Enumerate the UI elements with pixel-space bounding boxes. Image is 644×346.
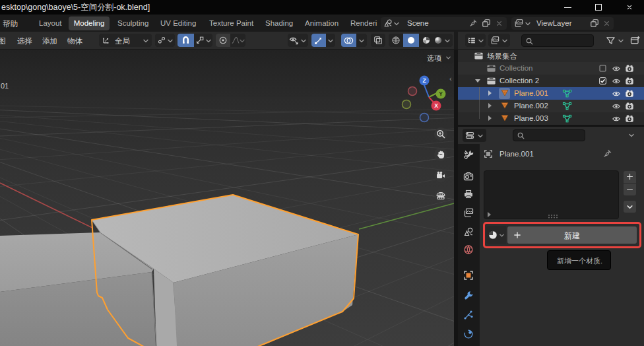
- camera-icon[interactable]: [625, 114, 634, 123]
- pin-icon[interactable]: [468, 18, 478, 28]
- remove-slot-button[interactable]: [624, 184, 636, 195]
- xray-toggle[interactable]: [371, 34, 385, 47]
- eye-icon[interactable]: [612, 114, 621, 123]
- tab-texture-paint[interactable]: Texture Paint: [209, 19, 253, 27]
- transform-orientation-dropdown[interactable]: 全局: [99, 34, 152, 47]
- gizmos-group: [311, 34, 335, 47]
- camera-icon[interactable]: [625, 102, 634, 111]
- region-collapse-arrow[interactable]: ‹: [449, 75, 452, 83]
- tab-uv-editing[interactable]: UV Editing: [160, 19, 196, 27]
- eye-icon[interactable]: [612, 89, 621, 98]
- tab-sculpting[interactable]: Sculpting: [117, 19, 148, 27]
- expand-arrow[interactable]: [488, 116, 492, 121]
- close-button[interactable]: [619, 0, 641, 15]
- tab-layout[interactable]: Layout: [39, 19, 62, 27]
- slot-specials-button[interactable]: [624, 201, 636, 213]
- menu-add[interactable]: 添加: [42, 36, 57, 46]
- expand-arrow[interactable]: [488, 103, 492, 108]
- copy-icon[interactable]: [482, 18, 491, 28]
- eye-icon[interactable]: [612, 77, 621, 86]
- tab-shading[interactable]: Shading: [265, 19, 293, 27]
- tab-object[interactable]: [463, 270, 474, 281]
- breadcrumb-object-name[interactable]: Plane.001: [499, 150, 534, 158]
- chevron-down-icon: [300, 38, 307, 44]
- chevron-down-icon: [444, 38, 451, 44]
- tab-particles[interactable]: [463, 310, 474, 320]
- gizmo-x-neg: [408, 87, 417, 96]
- menu-select[interactable]: 选择: [17, 36, 32, 46]
- outliner-display-mode[interactable]: [465, 34, 486, 47]
- show-gizmo-dropdown[interactable]: [288, 34, 308, 47]
- pan-tool-button[interactable]: [434, 148, 447, 161]
- snap-target-icon[interactable]: [195, 36, 205, 45]
- maximize-button[interactable]: [589, 0, 610, 15]
- minimize-button[interactable]: [558, 0, 579, 15]
- tab-modifiers[interactable]: [463, 290, 474, 300]
- filter-icon[interactable]: [606, 36, 616, 46]
- expand-arrow[interactable]: [475, 79, 480, 83]
- wireframe-shading-icon[interactable]: [391, 36, 401, 45]
- expand-arrow[interactable]: [488, 90, 492, 96]
- scene-selector[interactable]: Scene: [381, 17, 507, 30]
- material-browse-dropdown[interactable]: [486, 226, 506, 244]
- checkbox-icon[interactable]: [598, 64, 607, 73]
- properties-search[interactable]: [513, 129, 585, 141]
- camera-icon[interactable]: [625, 64, 634, 73]
- menu-object[interactable]: 物体: [67, 36, 82, 46]
- pin-icon[interactable]: [602, 149, 612, 158]
- snap-toggle[interactable]: [177, 34, 194, 47]
- eye-icon[interactable]: [612, 64, 621, 73]
- overlays-toggle[interactable]: [341, 34, 356, 47]
- outliner-filter-mode[interactable]: [488, 34, 510, 47]
- resize-grip[interactable]: [546, 214, 560, 219]
- outliner-row-scene-collection[interactable]: 场景集合: [458, 50, 644, 62]
- outliner-search[interactable]: [521, 34, 594, 47]
- pivot-point-dropdown[interactable]: [155, 34, 175, 47]
- camera-icon[interactable]: [625, 77, 634, 86]
- checkbox-checked-icon[interactable]: [598, 77, 607, 85]
- outliner: 场景集合 Collection Collection 2: [458, 50, 644, 125]
- outliner-row-collection2[interactable]: Collection 2: [458, 75, 644, 87]
- tab-world[interactable]: [463, 244, 474, 255]
- outliner-row-collection[interactable]: Collection: [458, 62, 644, 75]
- gizmos-toggle[interactable]: [311, 34, 326, 47]
- viewport-3d[interactable]: Z Y X 01 选项: [0, 50, 454, 346]
- shading-mode-group: [389, 34, 453, 47]
- viewlayer-selector[interactable]: ViewLayer: [511, 17, 614, 30]
- slot-expand-arrow[interactable]: [488, 212, 491, 217]
- new-collection-icon[interactable]: [630, 35, 641, 46]
- solid-shading-toggle[interactable]: [403, 34, 419, 47]
- close-icon[interactable]: [495, 19, 503, 28]
- add-slot-button[interactable]: [624, 171, 636, 183]
- material-shading-icon[interactable]: [422, 36, 431, 45]
- tab-scene[interactable]: [463, 226, 474, 237]
- tab-modeling[interactable]: Modeling: [69, 17, 110, 30]
- chevron-down-icon[interactable]: [628, 132, 635, 139]
- menu-help[interactable]: 帮助: [3, 19, 18, 29]
- eye-icon[interactable]: [612, 102, 621, 111]
- copy-icon[interactable]: [590, 18, 599, 28]
- tab-view-layer[interactable]: [463, 207, 474, 218]
- tab-render[interactable]: [463, 171, 474, 182]
- outliner-row-plane003[interactable]: Plane.003: [458, 112, 644, 125]
- orientation-label: 全局: [115, 36, 130, 46]
- tab-output[interactable]: [463, 189, 474, 199]
- xray-icon: [373, 36, 383, 45]
- zoom-tool-button[interactable]: [434, 127, 447, 141]
- tab-rendering[interactable]: Renderi: [350, 19, 377, 27]
- tab-animation[interactable]: Animation: [305, 19, 338, 27]
- menu-view[interactable]: 图: [0, 36, 6, 46]
- rendered-shading-icon[interactable]: [434, 36, 443, 45]
- camera-icon[interactable]: [625, 89, 634, 98]
- tab-physics[interactable]: [463, 329, 474, 339]
- outliner-row-plane001[interactable]: Plane.001: [458, 87, 644, 100]
- properties-editor-type[interactable]: [463, 129, 486, 142]
- viewport-options-button[interactable]: 选项: [423, 52, 453, 63]
- mesh-data-icon: [562, 88, 572, 98]
- proportional-edit-toggle[interactable]: [216, 34, 230, 47]
- material-slot-list[interactable]: [484, 170, 619, 219]
- outliner-row-plane002[interactable]: Plane.002: [458, 100, 644, 112]
- close-icon[interactable]: [602, 19, 611, 28]
- tab-tool[interactable]: [463, 149, 474, 160]
- new-material-button[interactable]: 新建: [507, 226, 637, 244]
